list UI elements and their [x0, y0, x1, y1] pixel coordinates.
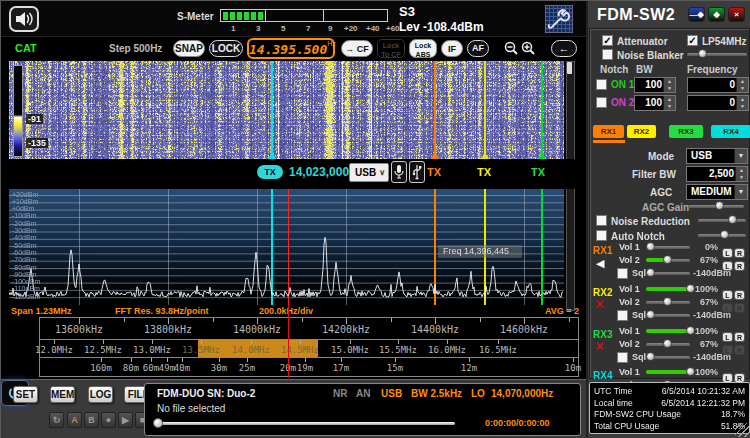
slider-thumb[interactable]: [646, 268, 655, 277]
lock-to-cf-button[interactable]: Lock To CF: [377, 39, 405, 58]
play-button[interactable]: ▶: [118, 412, 133, 428]
back-arrow-button[interactable]: ←: [551, 40, 577, 57]
resize-grip[interactable]: [735, 423, 749, 437]
mode-select[interactable]: USB▼: [686, 148, 748, 164]
spinner-down-icon[interactable]: ▼: [664, 103, 675, 110]
mhz-band-label[interactable]: 14.5MHz: [275, 345, 325, 355]
notch-bw-spinner[interactable]: 100▲▼: [634, 77, 676, 93]
memory-b-button[interactable]: B: [84, 412, 99, 428]
usb-audio-button[interactable]: [409, 161, 425, 183]
volume-slider[interactable]: [646, 340, 690, 349]
mhz-band-label[interactable]: 12.0MHz: [29, 345, 79, 355]
slider-thumb[interactable]: [663, 297, 672, 306]
volume-slider[interactable]: [646, 368, 690, 377]
slider-thumb[interactable]: [720, 230, 729, 239]
slider-thumb[interactable]: [646, 352, 655, 361]
spinner-down-icon[interactable]: ▼: [737, 85, 748, 92]
slider-thumb[interactable]: [663, 339, 672, 348]
squelch-slider[interactable]: [646, 311, 690, 320]
noise-blanker-slider[interactable]: [687, 50, 747, 59]
mhz-band-label[interactable]: 13.0MHz: [127, 345, 177, 355]
waterfall-display[interactable]: [9, 61, 564, 159]
main-button-set[interactable]: SET: [13, 386, 38, 403]
spinner-up-icon[interactable]: ▲: [736, 167, 747, 174]
noise-blanker-checkbox[interactable]: [602, 49, 613, 60]
to-cf-button[interactable]: → CF: [341, 40, 373, 57]
notch-frequency-spinner[interactable]: 0▲▼: [687, 95, 749, 111]
spinner-up-icon[interactable]: ▲: [737, 78, 748, 85]
squelch-checkbox[interactable]: [617, 310, 628, 321]
volume-slider[interactable]: [646, 243, 690, 252]
band-label[interactable]: 12m: [444, 363, 494, 373]
frequency-rulers[interactable]: 13600kHz13800kHz14000kHz14200kHz14400kHz…: [1, 317, 586, 379]
af-button[interactable]: AF: [467, 40, 489, 57]
record-button[interactable]: ●: [101, 412, 116, 428]
mhz-band-label[interactable]: 15.5MHz: [373, 345, 423, 355]
tx-mode-select[interactable]: USB ∨: [349, 163, 389, 182]
mhz-band-label[interactable]: 13.5MHz: [176, 345, 226, 355]
lp54-checkbox[interactable]: ✓: [687, 35, 698, 46]
tab-rx1[interactable]: RX1: [593, 125, 624, 138]
slider-thumb[interactable]: [646, 242, 655, 251]
loop-button[interactable]: ↻: [49, 412, 64, 428]
band-label[interactable]: 17m: [316, 363, 366, 373]
speaker-button[interactable]: [9, 6, 39, 32]
tx-badge[interactable]: TX: [257, 165, 283, 179]
main-button-mem[interactable]: MEM: [50, 386, 75, 403]
mic-button[interactable]: [391, 161, 407, 183]
nr-indicator[interactable]: NR: [333, 388, 347, 399]
an-indicator[interactable]: AN: [356, 388, 370, 399]
tab-rx3[interactable]: RX3: [669, 125, 703, 138]
notch-on-checkbox[interactable]: [596, 79, 607, 90]
tab-rx2[interactable]: RX2: [627, 125, 656, 138]
noise-reduction-slider[interactable]: [698, 216, 746, 225]
spinner-up-icon[interactable]: ▲: [664, 96, 675, 103]
main-button-log[interactable]: LOG: [88, 386, 113, 403]
auto-notch-slider[interactable]: [698, 231, 746, 240]
snap-button[interactable]: SNAP: [173, 40, 205, 57]
playback-thumb[interactable]: [153, 418, 163, 428]
playback-slider[interactable]: [155, 422, 455, 425]
volume-slider[interactable]: [646, 256, 690, 265]
mhz-band-label[interactable]: 15.0MHz: [325, 345, 375, 355]
lock-abs-button[interactable]: Lock ABS: [409, 39, 437, 58]
dropdown-arrow-icon[interactable]: ▼: [734, 185, 747, 199]
spinner-down-icon[interactable]: ▼: [737, 103, 748, 110]
dropdown-arrow-icon[interactable]: ▼: [734, 149, 747, 163]
scrollbar-thumb[interactable]: [567, 62, 572, 74]
notch-bw-spinner[interactable]: 100▲▼: [634, 95, 676, 111]
mhz-band-label[interactable]: 14.0MHz: [226, 345, 276, 355]
volume-slider[interactable]: [646, 298, 690, 307]
squelch-checkbox[interactable]: [617, 352, 628, 363]
memory-a-button[interactable]: A: [67, 412, 82, 428]
mhz-band-label[interactable]: 16.5MHz: [473, 345, 523, 355]
notch-frequency-spinner[interactable]: 0▲▼: [687, 77, 749, 93]
spinner-up-icon[interactable]: ▲: [664, 78, 675, 85]
band-label[interactable]: 15m: [370, 363, 420, 373]
close-button[interactable]: ×: [728, 7, 745, 22]
slider-thumb[interactable]: [715, 201, 724, 210]
slider-thumb[interactable]: [728, 215, 737, 224]
zoom-in-icon[interactable]: [520, 40, 536, 57]
notch-on-checkbox[interactable]: [596, 97, 607, 108]
spinner-down-icon[interactable]: ▼: [664, 85, 675, 92]
slider-thumb[interactable]: [663, 255, 672, 264]
agc-gain-slider[interactable]: [688, 202, 744, 211]
restore-button[interactable]: ◆: [708, 7, 725, 22]
band-label[interactable]: 10m: [548, 363, 586, 373]
volume-slider[interactable]: [646, 285, 690, 294]
zoom-out-icon[interactable]: [503, 40, 519, 57]
squelch-checkbox[interactable]: [617, 268, 628, 279]
filter-bw-spinner[interactable]: 2,500▲▼: [686, 166, 748, 182]
slider-thumb[interactable]: [698, 49, 707, 58]
spinner-down-icon[interactable]: ▼: [736, 174, 747, 181]
attenuator-checkbox[interactable]: ✓: [602, 35, 613, 46]
setup-wrench-icon[interactable]: [545, 5, 573, 33]
if-button[interactable]: IF: [441, 40, 463, 57]
frequency-display[interactable]: 14.395.500Hz: [247, 38, 335, 59]
auto-notch-checkbox[interactable]: [596, 230, 607, 241]
slider-thumb[interactable]: [646, 310, 655, 319]
volume-slider[interactable]: [646, 327, 690, 336]
mhz-band-label[interactable]: 16.0MHz: [422, 345, 472, 355]
minimize-button[interactable]: —◆: [688, 7, 705, 22]
